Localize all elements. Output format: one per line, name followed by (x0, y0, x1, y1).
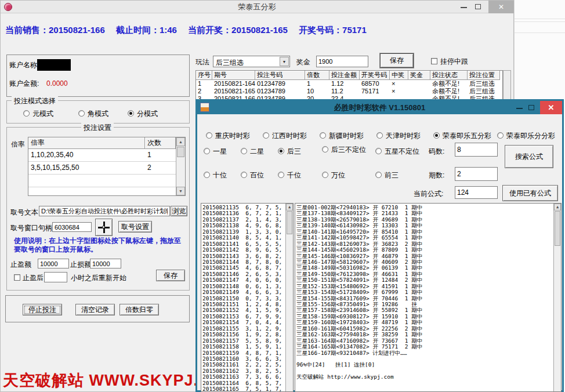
browse-button[interactable]: 浏览 (171, 206, 187, 216)
main-titlebar[interactable]: 荣泰五分彩 ✕ (1, 1, 513, 13)
list-line[interactable]: 三星139-140期<61430982> 开 13303 1 期中 (296, 223, 553, 228)
list-line[interactable]: 20150821145 4, 6, 8, 7, 9 (202, 265, 285, 271)
rate-list[interactable]: 倍率 次数 1,10,20,35,40 1 3,5,10,15,25,50 2 … (28, 137, 186, 196)
reset-multiplier-button[interactable]: 倍数归零 (119, 304, 159, 315)
plan-results-list[interactable]: 三星001-002期<72940183> 开 67210 1 期中三星137-1… (295, 203, 562, 392)
col-header[interactable]: 投注金额 (329, 71, 360, 80)
period-count-input[interactable] (455, 167, 498, 181)
after-profit-checkbox[interactable] (14, 274, 20, 281)
list-line[interactable] (296, 356, 553, 362)
radio-5star-nofix-label[interactable]: 五星不定位 (385, 147, 419, 155)
current-formula-input[interactable] (455, 186, 498, 199)
list-line[interactable]: 20150821137 2, 1, 4, 3, 3 (202, 217, 285, 223)
table-row[interactable]: 220150821-165012347891011.275171×余额不足!后三… (196, 88, 502, 95)
list-line[interactable]: 三星146-147期<58129607> 开 40609 2 期中 (296, 259, 553, 265)
use-existing-formula-button[interactable]: 使用已有公式 (502, 185, 558, 201)
list-line[interactable]: 20150821138 4, 9, 6, 8, 9 (202, 223, 285, 228)
chevron-down-icon[interactable]: ▼ (280, 57, 289, 66)
maximize-icon[interactable] (528, 105, 534, 110)
radio-jiao-label[interactable]: 角模式 (88, 110, 108, 118)
list-line[interactable]: 三星144-145期<45602918> 开 87809 1 期中 (296, 247, 553, 253)
save-limits-button[interactable]: 保存 (156, 270, 185, 281)
radio-first3[interactable] (375, 172, 382, 178)
list-line[interactable]: 20150821135 6, 7, 7, 5, 2 (202, 205, 285, 210)
save-prize-button[interactable]: 保存 (380, 53, 414, 68)
radio-rongtai-5min[interactable] (433, 132, 440, 139)
list-line[interactable]: 三星152-153期<15480692> 开 41591 1 期中 (296, 284, 553, 289)
close-icon[interactable]: ✕ (540, 101, 562, 114)
radio-tens[interactable] (204, 172, 210, 178)
crosshair-drag-icon[interactable] (95, 219, 113, 236)
radio-2star-label[interactable]: 二星 (250, 147, 264, 155)
pick-path-input[interactable] (39, 206, 170, 216)
list-line[interactable]: 20150821151 1, 2, 4, 8, 4 (202, 302, 285, 307)
radio-last3[interactable] (278, 148, 284, 154)
list-line[interactable]: 20150821152 4, 1, 5, 9, 1 (202, 307, 285, 313)
list-line[interactable]: 三星137-138期<83409127> 开 21433 1 期中 (296, 210, 553, 216)
list-line[interactable]: 三星154-155期<84317609> 开 70446 1 期中 (296, 296, 553, 302)
radio-rongtai-1min[interactable] (497, 132, 504, 139)
list-line[interactable]: 20150821147 4, 0, 6, 0, 9 (202, 277, 285, 283)
radio-chongqing[interactable] (206, 132, 212, 139)
list-line[interactable]: 20150821149 4, 6, 6, 3, 1 (202, 289, 285, 295)
radio-rongtai-1min-label[interactable]: 荣泰即乐分分彩 (506, 132, 555, 140)
list-line[interactable]: 20150821150 0, 7, 3, 3, 6 (202, 296, 285, 302)
col-header[interactable]: 投注状态 (430, 71, 468, 80)
scroll-thumb[interactable] (287, 211, 292, 234)
list-line[interactable]: 三星155-156期<87350491> 开 19286 挂 (296, 302, 553, 307)
search-formula-button[interactable]: 搜索公式 (505, 145, 553, 168)
scroll-up-icon[interactable]: ▲ (286, 204, 293, 210)
radio-jiao-mode[interactable] (78, 110, 85, 117)
list-line[interactable]: 三星153-154期<51728409> 开 67999 1 期中 (296, 289, 553, 295)
draw-history-list[interactable]: 20150821135 6, 7, 7, 5, 220150821136 6, … (201, 203, 294, 392)
list-line[interactable] (296, 368, 553, 374)
radio-rongtai-5min-label[interactable]: 荣泰即乐五分彩 (443, 132, 491, 140)
pick-settings-button[interactable]: 取号设置 (118, 221, 152, 233)
list-line[interactable]: 20150821160 3, 6, 6, 3, 0 (202, 356, 285, 362)
list-line[interactable]: 三星160-161期<60415982> 开 22256 2 期中 (296, 326, 553, 332)
radio-jiangxi-label[interactable]: 江西时时彩 (272, 132, 307, 140)
times-col-header[interactable]: 次数 (145, 137, 176, 149)
list-line[interactable]: 20150821139 1, 3, 3, 0, 3 (202, 229, 285, 235)
list-line[interactable]: 20150821154 7, 0, 4, 4, 6 (202, 320, 285, 325)
radio-last3-label[interactable]: 后三 (287, 147, 301, 155)
list-line[interactable]: 三星157-158期<23914608> 开 55892 1 期中 (296, 307, 553, 313)
radio-last3-nofix-label[interactable]: 后三不定位 (331, 146, 366, 154)
list-line[interactable]: 20150821155 3, 1, 2, 9, 7 (202, 326, 285, 332)
list-line[interactable]: 三星142-143期<81269073> 开 36823 2 期中 (296, 241, 553, 247)
list-line[interactable]: 三星138-139期<26579018> 开 49689 1 期中 (296, 217, 553, 223)
radio-first3-label[interactable]: 前三 (385, 171, 399, 179)
list-line[interactable]: 20150821153 6, 7, 9, 9, 9 (202, 314, 285, 320)
col-header[interactable]: 倍数 (305, 71, 329, 80)
list-line[interactable]: 三星166-167期<93210487> 计划进行中…… (296, 350, 553, 356)
profit-limit-input[interactable] (38, 259, 69, 268)
list-line[interactable]: 三星141-142期<10598427> 开 65554 1 期中 (296, 235, 553, 241)
col-header[interactable]: 序号 (196, 71, 212, 80)
close-icon[interactable]: ✕ (488, 1, 514, 13)
list-line[interactable]: 20150821156 1, 9, 2, 8, 6 (202, 332, 285, 337)
col-header[interactable]: 投注位置 (468, 71, 500, 80)
plan-titlebar[interactable]: 必胜时时彩软件 V1.150801 ✕ (197, 101, 562, 114)
scroll-thumb[interactable] (177, 147, 184, 157)
scroll-up-icon[interactable]: ▲ (176, 137, 185, 146)
radio-hundreds-label[interactable]: 百位 (250, 171, 264, 179)
list-line[interactable]: 20150821162 3, 8, 2, 5, 9 (202, 368, 285, 374)
list-line[interactable]: 三星148-149期<50316982> 开 06139 1 期中 (296, 265, 553, 271)
list-line[interactable]: 20150821144 8, 7, 8, 0, 9 (202, 259, 285, 265)
radio-xinjiang-label[interactable]: 新疆时时彩 (329, 132, 364, 140)
rate-list-scrollbar[interactable]: ▲ ▼ (176, 137, 185, 195)
col-header[interactable]: 奖金 (408, 71, 430, 80)
col-header[interactable]: 中奖 (390, 71, 408, 80)
list-line[interactable]: 三星150-151期<57824091> 开 12484 2 期中 (296, 277, 553, 283)
prize-input[interactable] (316, 56, 368, 67)
draw-list-scrollbar[interactable]: ▲ (285, 204, 293, 391)
col-header[interactable]: 投注号码 (255, 71, 305, 80)
radio-hundreds[interactable] (241, 172, 247, 178)
list-line[interactable]: 三星159-160期<19728403> 开 48719 1 期中 (296, 320, 553, 325)
list-line[interactable]: 96%中[24] 挂[1] 连挂[0] (296, 362, 553, 368)
rate-row[interactable]: 1,10,20,35,40 1 (28, 149, 185, 162)
radio-fen-label[interactable]: 分模式 (137, 110, 158, 118)
list-line[interactable]: 三星158-159期<69308127> 开 15910 1 期中 (296, 314, 553, 320)
plan-list-scrollbar[interactable]: ▲ (553, 204, 561, 391)
list-line[interactable]: 三星140-141期<16495720> 开 85410 1 期中 (296, 229, 553, 235)
